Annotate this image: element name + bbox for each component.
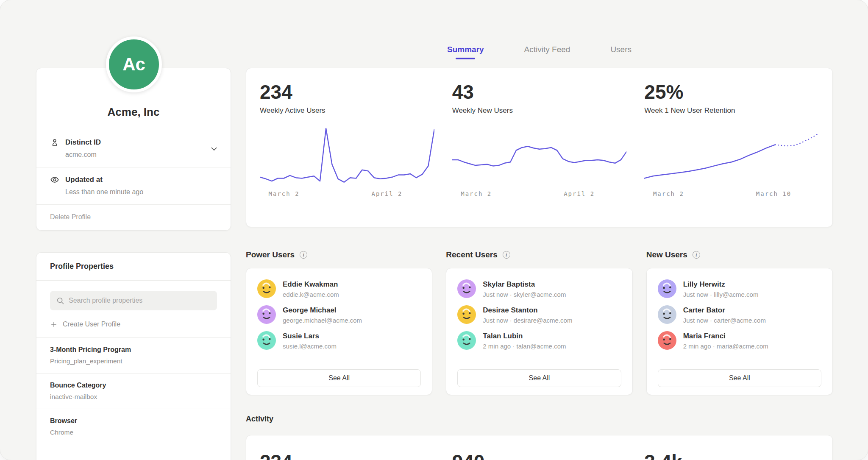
eye-icon: [50, 175, 59, 184]
tab-bar: Summary Activity Feed Users: [246, 45, 833, 62]
property-row: Browser Chrome: [36, 409, 231, 444]
weekly-active-users-chart: [260, 125, 434, 189]
user-row[interactable]: Lilly Herwitz Just now · lilly@acme.com: [658, 279, 821, 298]
user-row[interactable]: Skylar Baptista Just now · skyler@acme.c…: [457, 279, 621, 298]
tab-summary[interactable]: Summary: [447, 45, 484, 62]
activity-section-title: Activity: [246, 415, 273, 424]
avatar-face-icon: [257, 331, 276, 350]
property-name: Browser: [50, 417, 217, 425]
avatar-face-icon: [457, 305, 476, 324]
user-detail: Just now · desirare@acme.com: [483, 317, 572, 324]
plus-icon: [50, 321, 58, 328]
user-name: Eddie Kwakman: [283, 279, 339, 289]
info-icon[interactable]: i: [503, 251, 510, 259]
user-name: Skylar Baptista: [483, 279, 566, 289]
avatar-face-icon: [457, 331, 476, 350]
avatar-face-icon: [457, 279, 476, 298]
user-detail: 2 min ago · maria@acme.com: [683, 343, 768, 350]
x-axis-end-label: April 2: [371, 190, 402, 197]
property-row: 3-Month Pricing Program Pricing_plan_exp…: [36, 337, 231, 373]
user-avatar: [257, 305, 276, 324]
user-row[interactable]: Maria Franci 2 min ago · maria@acme.com: [658, 331, 821, 350]
user-detail: susie.l@acme.com: [283, 343, 337, 350]
x-axis-end-label: April 2: [564, 190, 595, 197]
stat-weekly-new-users: 43 Weekly New Users March 2 April 2: [452, 81, 627, 218]
user-name: Carter Bator: [683, 305, 766, 315]
user-detail: eddie.k@acme.com: [283, 291, 339, 298]
avatar-face-icon: [658, 305, 676, 324]
section-title-text: New Users: [646, 250, 687, 259]
create-user-profile-button[interactable]: Create User Profile: [50, 321, 217, 328]
user-name: Susie Lars: [283, 331, 337, 340]
activity-card: 234 940 3.4k: [246, 435, 833, 460]
user-name: Talan Lubin: [483, 331, 566, 340]
stat-label: Weekly New Users: [452, 106, 627, 115]
new-users-title: New Users i: [646, 249, 833, 260]
search-profile-properties-input[interactable]: [50, 291, 217, 310]
tab-activity-feed[interactable]: Activity Feed: [524, 45, 570, 62]
user-row[interactable]: Talan Lubin 2 min ago · talan@acme.com: [457, 331, 621, 350]
property-value: inactive-mailbox: [50, 393, 217, 401]
user-name: Maria Franci: [683, 331, 768, 340]
section-title-text: Recent Users: [446, 250, 497, 259]
stat-value: 234: [260, 81, 434, 103]
search-wrap: [50, 291, 217, 310]
tab-users[interactable]: Users: [610, 45, 632, 62]
user-avatar: [457, 305, 476, 324]
tab-activity-feed-label: Activity Feed: [524, 45, 570, 54]
property-name: Bounce Category: [50, 382, 217, 389]
user-avatar: [457, 279, 476, 298]
user-avatar: [658, 331, 676, 350]
user-row[interactable]: Susie Lars susie.l@acme.com: [257, 331, 421, 350]
power-users-section: Power Users i Eddie Kwakman eddie.k@acme…: [246, 249, 432, 395]
property-value: Pricing_plan_experiment: [50, 357, 217, 365]
delete-profile-button[interactable]: Delete Profile: [36, 204, 231, 230]
person-icon: [50, 138, 59, 147]
user-name: George Michael: [283, 305, 362, 315]
see-all-button[interactable]: See All: [658, 369, 821, 387]
new-users-card: Lilly Herwitz Just now · lilly@acme.com …: [646, 268, 833, 395]
user-avatar: [658, 305, 676, 324]
profile-properties-title: Profile Properties: [36, 253, 231, 281]
user-row[interactable]: George Michael george.michael@acme.com: [257, 305, 421, 324]
user-name: Desirae Stanton: [483, 305, 572, 315]
x-axis-start-label: March 2: [461, 190, 492, 197]
property-row: Bounce Category inactive-mailbox: [36, 373, 231, 409]
recent-users-card: Skylar Baptista Just now · skyler@acme.c…: [446, 268, 632, 395]
org-avatar-initials: Ac: [122, 54, 145, 75]
avatar-face-icon: [658, 279, 676, 298]
user-detail: george.michael@acme.com: [283, 317, 362, 324]
see-all-button[interactable]: See All: [257, 369, 421, 387]
activity-stat-value: 940: [452, 451, 627, 460]
avatar-face-icon: [257, 279, 276, 298]
tab-users-label: Users: [610, 45, 632, 54]
stat-label: Weekly Active Users: [260, 106, 434, 115]
x-axis: March 2 April 2: [260, 190, 434, 199]
property-name: 3-Month Pricing Program: [50, 346, 217, 354]
info-icon[interactable]: i: [300, 251, 307, 259]
user-detail: Just now · carter@acme.com: [683, 317, 766, 324]
user-avatar: [257, 279, 276, 298]
user-row[interactable]: Desirae Stanton Just now · desirare@acme…: [457, 305, 621, 324]
x-axis: March 2 April 2: [452, 190, 627, 199]
user-row[interactable]: Carter Bator Just now · carter@acme.com: [658, 305, 821, 324]
info-icon[interactable]: i: [693, 251, 700, 259]
recent-users-section: Recent Users i Skylar Baptista Just now …: [446, 249, 632, 395]
week1-retention-chart: [644, 125, 819, 189]
property-value: Chrome: [50, 429, 217, 436]
weekly-new-users-chart: [452, 125, 627, 189]
create-user-profile-label: Create User Profile: [63, 321, 120, 328]
distinct-id-row[interactable]: Distinct ID acme.com: [36, 130, 231, 167]
user-detail: 2 min ago · talan@acme.com: [483, 343, 566, 350]
user-row[interactable]: Eddie Kwakman eddie.k@acme.com: [257, 279, 421, 298]
user-avatar: [658, 279, 676, 298]
search-icon: [56, 296, 64, 305]
chevron-down-icon[interactable]: [209, 144, 219, 153]
summary-stats-card: 234 Weekly Active Users March 2 April 2 …: [246, 68, 833, 227]
user-avatar: [457, 331, 476, 350]
updated-at-value: Less than one minute ago: [65, 188, 217, 196]
see-all-button[interactable]: See All: [457, 369, 621, 387]
stat-weekly-active-users: 234 Weekly Active Users March 2 April 2: [260, 81, 434, 218]
new-users-section: New Users i Lilly Herwitz Just now · lil…: [646, 249, 833, 395]
profile-properties-card: Profile Properties Create User Profile 3…: [36, 252, 231, 460]
